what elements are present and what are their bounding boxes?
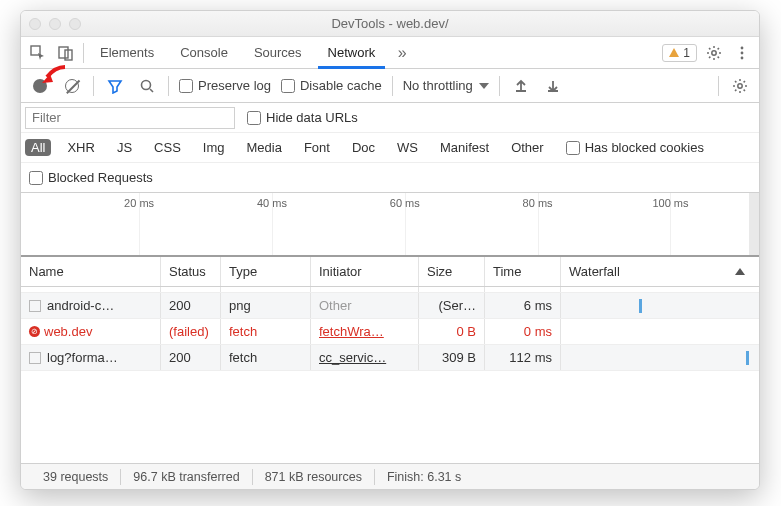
- summary-finish: Finish: 6.31 s: [375, 470, 473, 484]
- table-row[interactable]: log?forma… 200 fetch cc_servic… 309 B 11…: [21, 345, 759, 371]
- svg-point-8: [738, 83, 742, 87]
- chip-all[interactable]: All: [25, 139, 51, 156]
- row-initiator[interactable]: cc_servic…: [311, 345, 419, 370]
- summary-requests: 39 requests: [31, 470, 120, 484]
- sort-indicator-icon: [735, 268, 745, 275]
- chevron-down-icon: [479, 83, 489, 89]
- overview-tick: 40 ms: [257, 197, 287, 209]
- chip-font[interactable]: Font: [298, 139, 336, 156]
- col-type[interactable]: Type: [221, 257, 311, 286]
- blocked-requests-input[interactable]: [29, 171, 43, 185]
- has-blocked-cookies-label: Has blocked cookies: [585, 140, 704, 155]
- error-icon: ⊘: [29, 326, 40, 337]
- clear-button[interactable]: [61, 75, 83, 97]
- row-name: log?forma…: [47, 350, 118, 365]
- chip-css[interactable]: CSS: [148, 139, 187, 156]
- preserve-log-input[interactable]: [179, 79, 193, 93]
- export-har-icon[interactable]: [542, 75, 564, 97]
- requests-table-header: Name Status Type Initiator Size Time Wat…: [21, 257, 759, 287]
- chip-img[interactable]: Img: [197, 139, 231, 156]
- chip-js[interactable]: JS: [111, 139, 138, 156]
- chip-xhr[interactable]: XHR: [61, 139, 100, 156]
- tab-elements[interactable]: Elements: [90, 37, 164, 69]
- hide-data-urls-input[interactable]: [247, 111, 261, 125]
- overview-tick: 80 ms: [523, 197, 553, 209]
- chip-doc[interactable]: Doc: [346, 139, 381, 156]
- inspect-element-icon[interactable]: [27, 42, 49, 64]
- blocked-requests-checkbox[interactable]: Blocked Requests: [29, 170, 153, 185]
- hide-data-urls-checkbox[interactable]: Hide data URLs: [247, 110, 358, 125]
- filter-input[interactable]: [25, 107, 235, 129]
- disable-cache-label: Disable cache: [300, 78, 382, 93]
- row-initiator[interactable]: Other: [311, 293, 419, 318]
- row-type: png: [221, 293, 311, 318]
- import-har-icon[interactable]: [510, 75, 532, 97]
- row-name: web.dev: [44, 324, 92, 339]
- row-name: android-c…: [47, 298, 114, 313]
- chip-manifest[interactable]: Manifest: [434, 139, 495, 156]
- row-type: fetch: [221, 345, 311, 370]
- filter-toggle-icon[interactable]: [104, 75, 126, 97]
- more-tabs-icon[interactable]: »: [391, 42, 413, 64]
- row-waterfall: [561, 293, 759, 318]
- preserve-log-label: Preserve log: [198, 78, 271, 93]
- col-initiator[interactable]: Initiator: [311, 257, 419, 286]
- tab-sources[interactable]: Sources: [244, 37, 312, 69]
- row-size: 0 B: [419, 319, 485, 344]
- kebab-menu-icon[interactable]: [731, 42, 753, 64]
- network-toolbar: Preserve log Disable cache No throttling: [21, 69, 759, 103]
- row-status: 200: [161, 345, 221, 370]
- row-size: (Ser…: [419, 293, 485, 318]
- timeline-overview[interactable]: 20 ms 40 ms 60 ms 80 ms 100 ms: [21, 193, 759, 257]
- row-time: 112 ms: [485, 345, 561, 370]
- warnings-count: 1: [683, 46, 690, 60]
- chip-other[interactable]: Other: [505, 139, 550, 156]
- has-blocked-cookies-checkbox[interactable]: Has blocked cookies: [566, 140, 704, 155]
- resource-type-filter: All XHR JS CSS Img Media Font Doc WS Man…: [21, 133, 759, 163]
- summary-resources: 871 kB resources: [253, 470, 374, 484]
- titlebar: DevTools - web.dev/: [21, 11, 759, 37]
- settings-icon[interactable]: [703, 42, 725, 64]
- svg-point-4: [741, 46, 744, 49]
- col-waterfall[interactable]: Waterfall: [561, 257, 759, 286]
- disable-cache-input[interactable]: [281, 79, 295, 93]
- record-button[interactable]: [29, 75, 51, 97]
- col-waterfall-label: Waterfall: [569, 264, 620, 279]
- col-status[interactable]: Status: [161, 257, 221, 286]
- col-size[interactable]: Size: [419, 257, 485, 286]
- overview-tick: 100 ms: [652, 197, 688, 209]
- col-name[interactable]: Name: [21, 257, 161, 286]
- row-initiator[interactable]: fetchWra…: [311, 319, 419, 344]
- device-toggle-icon[interactable]: [55, 42, 77, 64]
- devtools-tabstrip: Elements Console Sources Network » 1: [21, 37, 759, 69]
- preserve-log-checkbox[interactable]: Preserve log: [179, 78, 271, 93]
- search-icon[interactable]: [136, 75, 158, 97]
- row-type: fetch: [221, 319, 311, 344]
- row-time: 0 ms: [485, 319, 561, 344]
- network-settings-icon[interactable]: [729, 75, 751, 97]
- hide-data-urls-label: Hide data URLs: [266, 110, 358, 125]
- warning-icon: [669, 48, 679, 57]
- filter-row: Hide data URLs: [21, 103, 759, 133]
- overview-tick: 60 ms: [390, 197, 420, 209]
- tab-console[interactable]: Console: [170, 37, 238, 69]
- row-favicon: [29, 300, 41, 312]
- blocked-requests-row: Blocked Requests: [21, 163, 759, 193]
- svg-point-3: [712, 50, 716, 54]
- table-row[interactable]: android-c… 200 png Other (Ser… 6 ms: [21, 293, 759, 319]
- chip-media[interactable]: Media: [240, 139, 287, 156]
- throttling-dropdown[interactable]: No throttling: [403, 78, 489, 93]
- row-status: 200: [161, 293, 221, 318]
- summary-transferred: 96.7 kB transferred: [121, 470, 251, 484]
- throttling-label: No throttling: [403, 78, 473, 93]
- row-favicon: [29, 352, 41, 364]
- chip-ws[interactable]: WS: [391, 139, 424, 156]
- tab-network[interactable]: Network: [318, 37, 386, 69]
- blocked-requests-label: Blocked Requests: [48, 170, 153, 185]
- window-title: DevTools - web.dev/: [21, 16, 759, 31]
- disable-cache-checkbox[interactable]: Disable cache: [281, 78, 382, 93]
- table-row[interactable]: ⊘web.dev (failed) fetch fetchWra… 0 B 0 …: [21, 319, 759, 345]
- has-blocked-cookies-input[interactable]: [566, 141, 580, 155]
- col-time[interactable]: Time: [485, 257, 561, 286]
- warnings-badge[interactable]: 1: [662, 44, 697, 62]
